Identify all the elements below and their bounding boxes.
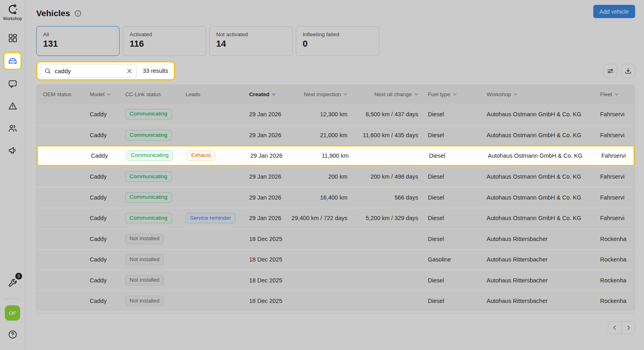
column-header-fleet[interactable]: Fleet <box>592 91 635 97</box>
add-vehicle-button[interactable]: Add vehicle <box>593 5 635 18</box>
cell-fuel-type: Diesel <box>420 298 479 304</box>
sidebar-item-customers[interactable] <box>4 120 21 136</box>
table-row[interactable]: Caddy Communicating 29 Jan 2026 21,000 k… <box>37 125 635 146</box>
page-title: Vehicles <box>36 8 70 18</box>
cell-next-oil-change: 200 km / 498 days <box>349 173 420 180</box>
search-highlight-region: caddy 33 results <box>36 61 175 80</box>
column-header-cclink-status: CC-Link status <box>119 91 179 97</box>
filter-button[interactable] <box>603 64 617 78</box>
column-header-created[interactable]: Created <box>243 91 289 97</box>
clear-search-button[interactable] <box>126 68 132 74</box>
cell-fuel-type: Diesel <box>420 173 479 180</box>
cell-fleet: Fahrservi <box>592 132 635 138</box>
download-icon <box>624 67 632 75</box>
sidebar-item-messages[interactable] <box>4 76 21 92</box>
cclink-status-badge: Communicating <box>126 150 173 161</box>
card-label: All <box>43 31 113 37</box>
cell-fuel-type: Diesel <box>420 111 479 117</box>
sidebar-item-vehicles[interactable] <box>3 52 22 70</box>
cell-next-inspection: 21,000 km <box>289 132 349 138</box>
cell-cclink-status: Not installed <box>119 254 179 265</box>
sidebar-item-announcements[interactable] <box>4 142 21 158</box>
cclink-status-badge: Communicating <box>125 213 172 223</box>
results-count: 33 results <box>143 68 168 74</box>
card-value: 0 <box>303 39 372 49</box>
cell-cclink-status: Not installed <box>119 275 179 286</box>
next-page-button[interactable] <box>621 321 635 334</box>
cell-workshop: Autohaus Ostmann GmbH & Co. KG <box>479 194 592 201</box>
search-input[interactable]: caddy <box>40 64 137 78</box>
table-row[interactable]: Caddy Not installed 18 Dec 2025 Gasoline… <box>37 249 635 270</box>
sidebar-item-dashboard[interactable] <box>4 30 21 46</box>
cell-workshop: Autohaus Rittersbacher <box>479 277 592 284</box>
cell-created: 18 Dec 2025 <box>243 256 289 263</box>
cell-fleet: Rockenha <box>592 298 635 304</box>
table-row[interactable]: Caddy Communicating 29 Jan 2026 12,300 k… <box>37 104 635 125</box>
table-row[interactable]: Caddy Communicating 29 Jan 2026 16,400 k… <box>37 187 635 208</box>
cell-cclink-status: Not installed <box>119 296 179 306</box>
table-row[interactable]: Caddy Not installed 18 Dec 2025 Diesel A… <box>37 270 635 290</box>
search-icon <box>44 68 51 74</box>
filter-card-infleeting-failed[interactable]: Infleeting failed 0 <box>296 26 379 56</box>
filter-card-not-activated[interactable]: Not activated 14 <box>209 26 293 56</box>
download-button[interactable] <box>621 64 635 78</box>
cell-workshop: Autohaus Ostmann GmbH & Co. KG <box>479 132 592 138</box>
cell-next-inspection: 16,400 km <box>289 194 349 201</box>
previous-page-button[interactable] <box>608 321 621 334</box>
sidebar-item-service[interactable]: 9 <box>4 275 21 291</box>
cell-cclink-status: Communicating <box>119 109 179 119</box>
card-label: Not activated <box>216 31 286 37</box>
sidebar: Workshop <box>0 0 25 350</box>
cclink-status-badge: Communicating <box>125 171 172 182</box>
cell-leads: Exhaust <box>180 150 244 161</box>
cclink-status-badge: Communicating <box>125 192 172 203</box>
cell-created: 18 Dec 2025 <box>243 236 289 242</box>
cell-model: Caddy <box>85 152 120 159</box>
question-mark-icon <box>8 329 18 340</box>
column-header-oem-status: OEM status <box>37 91 83 97</box>
sidebar-nav <box>3 30 22 164</box>
filter-card-all[interactable]: All 131 <box>36 26 120 56</box>
users-icon <box>8 123 18 133</box>
cell-fuel-type: Gasoline <box>420 256 479 263</box>
chat-icon <box>8 79 18 89</box>
user-avatar[interactable]: OF <box>5 305 20 321</box>
sidebar-divider <box>3 299 22 299</box>
filter-card-activated[interactable]: Activated 116 <box>123 26 206 56</box>
cell-created: 18 Dec 2025 <box>243 277 289 284</box>
cell-workshop: Autohaus Ostmann GmbH & Co. KG <box>479 173 592 180</box>
cell-model: Caddy <box>83 215 119 221</box>
cell-fuel-type: Diesel <box>420 277 479 284</box>
lead-badge: Exhaust <box>187 150 215 161</box>
sidebar-item-alerts[interactable] <box>4 98 21 114</box>
cell-cclink-status: Communicating <box>119 213 179 223</box>
cell-leads: Service reminder <box>179 213 243 223</box>
table-row[interactable]: Caddy Communicating 29 Jan 2026 200 km 2… <box>37 166 635 187</box>
cell-workshop: Autohaus Ostmann GmbH & Co. KG <box>480 152 593 159</box>
cell-fuel-type: Diesel <box>421 152 480 159</box>
workshop-logo[interactable]: Workshop <box>3 3 22 21</box>
pagination-group <box>608 321 635 334</box>
table-row[interactable]: Caddy Not installed 18 Dec 2025 Diesel A… <box>37 228 635 249</box>
table-row[interactable]: Caddy Not installed 18 Dec 2025 Diesel A… <box>37 290 635 311</box>
column-header-fuel-type[interactable]: Fuel type <box>420 91 479 97</box>
table-header-row: OEM status Model CC-Link status Leads Cr… <box>37 85 635 104</box>
column-header-model[interactable]: Model <box>83 91 119 97</box>
cell-next-inspection: 12,300 km <box>289 111 349 117</box>
card-value: 116 <box>130 39 199 49</box>
chevron-down-icon <box>615 93 619 96</box>
table-row[interactable]: Caddy Communicating Service reminder 29 … <box>37 208 635 229</box>
column-header-next-inspection[interactable]: Next inspection <box>289 91 349 97</box>
service-count-badge: 9 <box>15 273 22 280</box>
info-icon[interactable] <box>74 10 82 17</box>
cell-cclink-status: Communicating <box>119 192 179 203</box>
cell-fuel-type: Diesel <box>420 236 479 242</box>
column-header-next-oil-change[interactable]: Next oil change <box>349 91 420 97</box>
cell-next-oil-change: 8,500 km / 437 days <box>349 111 420 117</box>
column-header-workshop[interactable]: Workshop <box>479 91 592 97</box>
table-toolbar: caddy 33 results <box>36 61 635 80</box>
car-icon <box>7 56 18 66</box>
help-button[interactable] <box>8 329 18 340</box>
cell-fleet: Rockenha <box>592 236 635 242</box>
table-row[interactable]: Caddy Communicating Exhaust 29 Jan 2026 … <box>37 145 635 166</box>
